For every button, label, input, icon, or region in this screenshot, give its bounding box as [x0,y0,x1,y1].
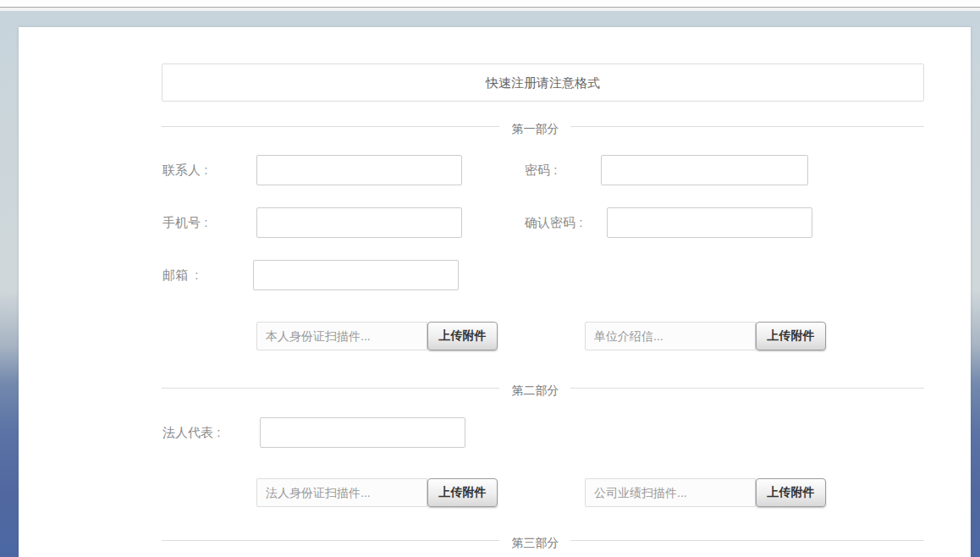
confirm-password-input[interactable] [607,207,812,238]
form-row-phone-confirm: 手机号 : 确认密码 : [162,207,924,238]
phone-input[interactable] [256,207,462,238]
upload-intro-letter-filename[interactable] [585,322,756,350]
upload-performance-scan-button[interactable]: 上传附件 [756,478,826,507]
section-divider-part3: 第三部分 [162,540,924,541]
password-input[interactable] [601,155,808,185]
upload-intro-letter: 上传附件 [585,322,826,350]
upload-legal-id-scan-button[interactable]: 上传附件 [427,478,498,507]
phone-label: 手机号 : [162,207,207,238]
form-row-contact-password: 联系人 : 密码 : [162,155,924,185]
upload-row-part2: 上传附件 上传附件 [162,478,924,507]
upload-legal-id-scan-filename[interactable] [256,478,427,507]
upload-id-scan: 上传附件 [256,322,498,350]
form-content: 快速注册请注意格式 第一部分 联系人 : 密码 : 手机号 : 确认密码 : 邮… [162,27,924,541]
notice-banner: 快速注册请注意格式 [162,63,924,102]
registration-panel: 快速注册请注意格式 第一部分 联系人 : 密码 : 手机号 : 确认密码 : 邮… [19,27,971,557]
upload-legal-id-scan: 上传附件 [256,478,498,507]
upload-intro-letter-button[interactable]: 上传附件 [756,322,826,350]
confirm-password-label: 确认密码 : [525,207,582,238]
contact-input[interactable] [256,155,462,185]
section-label-part2: 第二部分 [499,383,570,399]
password-label: 密码 : [525,155,557,185]
upload-performance-scan-filename[interactable] [585,478,756,507]
email-label: 邮箱 : [162,260,199,290]
contact-label: 联系人 : [162,155,207,185]
email-input[interactable] [253,260,459,290]
legal-rep-label: 法人代表 : [162,417,220,448]
form-row-legal-rep: 法人代表 : [162,417,924,448]
browser-chrome-border [0,7,980,8]
section-label-part1: 第一部分 [499,122,570,137]
section-label-part3: 第三部分 [499,536,570,551]
upload-id-scan-button[interactable]: 上传附件 [427,322,498,350]
legal-rep-input[interactable] [260,417,465,448]
browser-chrome-strip [0,0,980,11]
section-divider-part2: 第二部分 [162,388,924,389]
upload-performance-scan: 上传附件 [585,478,826,507]
section-divider-part1: 第一部分 [162,126,924,127]
upload-row-part1: 上传附件 上传附件 [162,322,924,350]
upload-id-scan-filename[interactable] [256,322,427,350]
form-row-email: 邮箱 : [162,260,924,290]
